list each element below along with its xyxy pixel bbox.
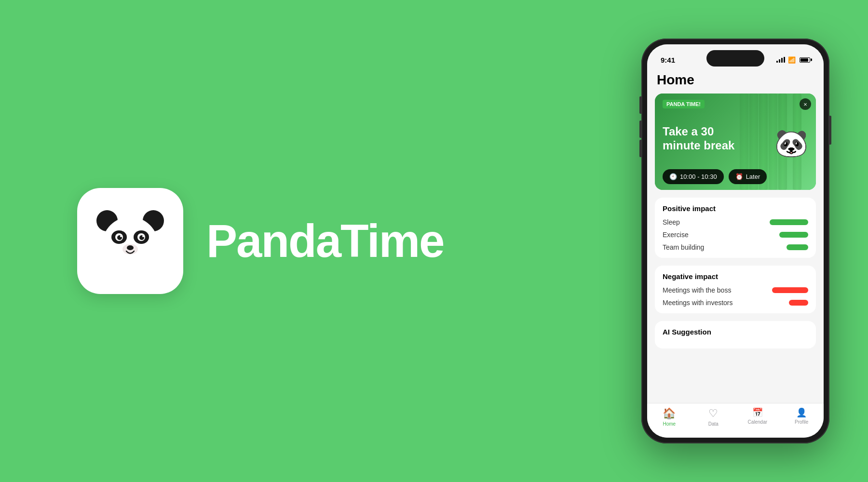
app-icon [77,188,183,294]
calendar-nav-label: Calendar [747,419,767,425]
calendar-nav-icon: 📅 [752,407,763,418]
exercise-label: Exercise [663,231,689,239]
profile-nav-label: Profile [795,419,808,425]
positive-impact-section: Positive impact Sleep Exercise Team buil… [655,198,816,258]
negative-impact-row-boss: Meetings with the boss [663,286,808,294]
nav-item-calendar[interactable]: 📅 Calendar [735,407,780,425]
nav-item-home[interactable]: 🏠 Home [647,407,692,427]
time-slot-label: 10:00 - 10:30 [680,173,717,180]
bottom-navigation: 🏠 Home ♡ Data 📅 Calendar 👤 Profile [647,403,824,438]
team-building-label: Team building [663,243,704,251]
positive-impact-title: Positive impact [663,204,808,213]
meetings-investors-label: Meetings with investors [663,299,733,307]
banner-buttons[interactable]: 🕙 10:00 - 10:30 ⏰ Later [663,169,808,184]
team-building-bar [787,244,808,250]
wifi-icon: 📶 [788,56,796,64]
panda-character-icon: 🐼 [774,130,808,157]
panda-logo-icon [92,202,169,280]
phone-mockup: 9:41 📶 [641,39,829,443]
nav-item-data[interactable]: ♡ Data [692,407,736,427]
home-nav-icon: 🏠 [663,407,676,420]
banner-text-row: Take a 30 minute break 🐼 [663,125,808,153]
banner-tag: PANDA TIME! [663,100,705,108]
svg-point-10 [142,235,144,237]
later-icon: ⏰ [735,173,743,180]
positive-impact-row-exercise: Exercise [663,231,808,239]
dynamic-island [706,50,764,67]
svg-point-12 [127,245,134,250]
negative-impact-section: Negative impact Meetings with the boss M… [655,266,816,313]
meetings-boss-label: Meetings with the boss [663,286,731,294]
later-label: Later [746,173,760,180]
phone-inner-screen: 9:41 📶 [647,44,824,438]
data-nav-label: Data [708,421,719,427]
negative-impact-row-investors: Meetings with investors [663,299,808,307]
ai-suggestion-title: AI Suggestion [663,328,808,336]
exercise-bar [779,232,808,238]
status-time: 9:41 [661,56,675,64]
positive-impact-row-teambuilding: Team building [663,243,808,251]
status-icons: 📶 [776,56,810,64]
close-button[interactable]: × [800,98,811,110]
profile-nav-icon: 👤 [796,407,807,418]
phone-outer-frame: 9:41 📶 [641,39,829,443]
negative-impact-title: Negative impact [663,272,808,281]
page-header: Home [647,68,824,94]
page-title: Home [657,72,814,88]
meetings-boss-bar [772,287,808,293]
later-button[interactable]: ⏰ Later [729,169,767,184]
ai-suggestion-section: AI Suggestion [655,321,816,348]
home-nav-label: Home [663,421,676,427]
svg-point-9 [120,235,122,237]
time-slot-button[interactable]: 🕙 10:00 - 10:30 [663,169,724,184]
left-section: PandaTime [77,188,641,294]
battery-icon [800,57,810,63]
nav-item-profile[interactable]: 👤 Profile [780,407,824,425]
scroll-content: PANDA TIME! Take a 30 minute break 🐼 🕙 1… [647,94,824,403]
data-nav-icon: ♡ [708,407,718,420]
sleep-bar [770,219,808,225]
banner-headline: Take a 30 minute break [663,125,745,153]
meetings-investors-bar [789,300,808,306]
signal-icon [776,57,785,63]
clock-icon: 🕙 [669,173,677,180]
sleep-label: Sleep [663,218,680,226]
banner-content: PANDA TIME! Take a 30 minute break 🐼 🕙 1… [655,94,816,190]
app-name-text: PandaTime [206,214,444,268]
banner-card: PANDA TIME! Take a 30 minute break 🐼 🕙 1… [655,94,816,190]
positive-impact-row-sleep: Sleep [663,218,808,226]
